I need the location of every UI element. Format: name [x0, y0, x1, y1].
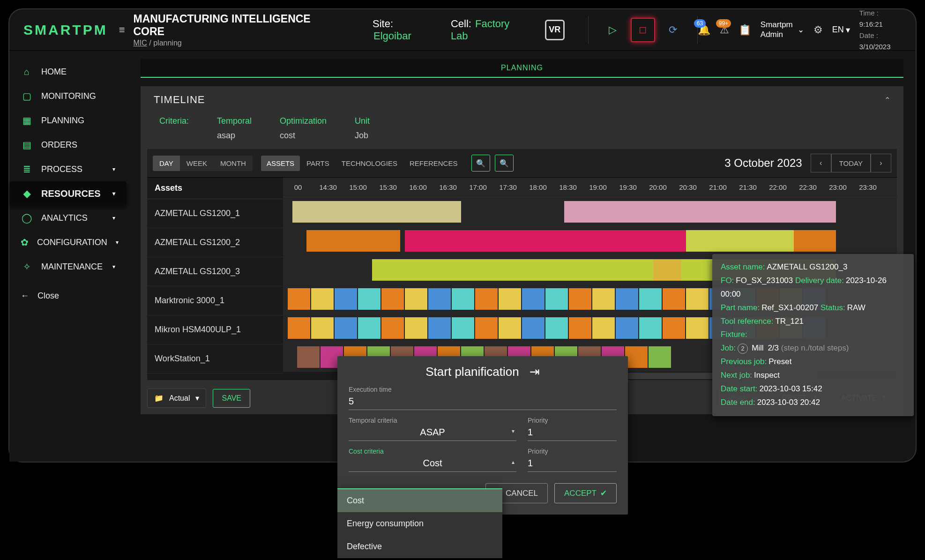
sidebar-item-home[interactable]: ⌂HOME: [9, 60, 127, 84]
gantt-bar[interactable]: [428, 317, 451, 339]
asset-row[interactable]: Mikron HSM400ULP_1: [147, 315, 283, 344]
tab-technologies[interactable]: TECHNOLOGIES: [336, 156, 403, 171]
sidebar-item-resources[interactable]: ◆RESOURCES▾: [9, 181, 127, 206]
gantt-bar[interactable]: [405, 317, 427, 339]
play-button[interactable]: ▷: [601, 18, 625, 42]
gantt-bar[interactable]: [564, 201, 836, 223]
asset-row[interactable]: AZMETALL GS1200_1: [147, 199, 283, 228]
gantt-bar[interactable]: [639, 317, 662, 339]
sidebar-item-configuration[interactable]: ✿CONFIGURATION▾: [9, 230, 127, 254]
collapse-icon[interactable]: ⌃: [884, 96, 890, 105]
refresh-button[interactable]: ⟳: [661, 18, 685, 42]
breadcrumb-root[interactable]: MIC: [134, 39, 147, 47]
gantt-bar[interactable]: [335, 288, 357, 310]
temporal-select[interactable]: ASAP▾: [349, 424, 516, 441]
gantt-bar[interactable]: [545, 288, 568, 310]
asset-row[interactable]: AZMETALL GS1200_3: [147, 257, 283, 286]
sidebar-item-orders[interactable]: ▤ORDERS: [9, 133, 127, 157]
gantt-bar[interactable]: [569, 288, 591, 310]
gantt-bar[interactable]: [306, 230, 400, 252]
sidebar-item-maintenance[interactable]: ✧MAINTENANCE▾: [9, 254, 127, 279]
priority-input[interactable]: 1: [528, 424, 617, 441]
gantt-bar[interactable]: [311, 288, 334, 310]
gantt-bar[interactable]: [794, 230, 836, 252]
gantt-bar[interactable]: [616, 317, 638, 339]
gantt-bar[interactable]: [663, 288, 685, 310]
gantt-bar[interactable]: [625, 346, 648, 368]
asset-row[interactable]: Marktronic 3000_1: [147, 286, 283, 315]
sidebar-item-monitoring[interactable]: ▢MONITORING: [9, 84, 127, 108]
dropdown-item[interactable]: Defective: [337, 535, 502, 558]
save-button[interactable]: SAVE: [213, 389, 250, 408]
gantt-bar[interactable]: [292, 201, 461, 223]
range-day[interactable]: DAY: [153, 156, 180, 171]
gantt-bar[interactable]: [499, 317, 521, 339]
gantt-bar[interactable]: [686, 230, 794, 252]
warning-icon[interactable]: ⚠99+: [720, 24, 729, 36]
gantt-bar[interactable]: [522, 317, 545, 339]
gantt-bar[interactable]: [335, 317, 357, 339]
gantt-bar[interactable]: [569, 317, 591, 339]
gantt-bar[interactable]: [545, 317, 568, 339]
gantt-bar[interactable]: [311, 317, 334, 339]
gantt-bar[interactable]: [405, 230, 686, 252]
gantt-bar[interactable]: [592, 317, 615, 339]
gantt-bar[interactable]: [592, 288, 615, 310]
site-value[interactable]: Elgoibar: [373, 30, 411, 42]
stop-button[interactable]: □: [631, 18, 655, 42]
tab-references[interactable]: REFERENCES: [404, 156, 463, 171]
zoom-in-button[interactable]: 🔍: [495, 155, 514, 172]
dropdown-item[interactable]: Cost: [337, 489, 502, 512]
gantt-bar[interactable]: [686, 288, 709, 310]
gantt-bar[interactable]: [381, 317, 404, 339]
gantt-bar[interactable]: [649, 346, 671, 368]
gear-icon[interactable]: ⚙: [813, 24, 823, 36]
sidebar-item-planning[interactable]: ▦PLANNING: [9, 108, 127, 133]
gantt-bar[interactable]: [428, 288, 451, 310]
gantt-bar[interactable]: [663, 317, 685, 339]
range-week[interactable]: WEEK: [180, 156, 214, 171]
actual-dropdown[interactable]: 📁 Actual ▾: [147, 388, 206, 408]
next-day-button[interactable]: ›: [871, 154, 891, 172]
gantt-bar[interactable]: [405, 288, 427, 310]
bell-icon[interactable]: 🔔63: [698, 24, 710, 36]
exec-time-input[interactable]: 5: [349, 393, 617, 410]
page-tab-planning[interactable]: PLANNING: [141, 59, 903, 78]
tab-assets[interactable]: ASSETS: [261, 156, 300, 171]
sidebar-item-analytics[interactable]: ◯ANALYTICS▾: [9, 206, 127, 230]
gantt-bar[interactable]: [288, 317, 310, 339]
cost-select[interactable]: Cost▴: [349, 455, 516, 472]
prev-day-button[interactable]: ‹: [811, 154, 831, 172]
gantt-bar[interactable]: [297, 346, 320, 368]
clipboard-icon[interactable]: 📋: [739, 24, 751, 36]
language-selector[interactable]: EN▾: [832, 25, 850, 35]
vr-button[interactable]: VR: [545, 20, 565, 40]
asset-row[interactable]: WorkStation_1: [147, 344, 283, 373]
gantt-bar[interactable]: [616, 288, 638, 310]
asset-row[interactable]: AZMETALL GS1200_2: [147, 228, 283, 257]
gantt-bar[interactable]: [639, 288, 662, 310]
gantt-bar[interactable]: [522, 288, 545, 310]
gantt-bar[interactable]: [452, 317, 474, 339]
gantt-bar[interactable]: [653, 259, 681, 281]
sidebar-item-process[interactable]: ≣PROCESS▾: [9, 157, 127, 181]
gantt-bar[interactable]: [499, 288, 521, 310]
priority2-input[interactable]: 1: [528, 455, 617, 472]
tab-parts[interactable]: PARTS: [301, 156, 335, 171]
hamburger-icon[interactable]: ≡: [119, 24, 125, 36]
gantt-bar[interactable]: [452, 288, 474, 310]
zoom-out-button[interactable]: 🔍: [471, 155, 490, 172]
gantt-bar[interactable]: [358, 317, 380, 339]
user-menu[interactable]: Smartpm Admin ⌄: [761, 20, 804, 39]
gantt-bar[interactable]: [288, 288, 310, 310]
today-button[interactable]: TODAY: [831, 154, 871, 172]
sidebar-close[interactable]: ← Close: [9, 283, 127, 309]
gantt-bar[interactable]: [475, 317, 498, 339]
gantt-bar[interactable]: [381, 288, 404, 310]
gantt-bar[interactable]: [372, 259, 653, 281]
dropdown-item[interactable]: Energy consumption: [337, 512, 502, 535]
range-month[interactable]: MONTH: [214, 156, 253, 171]
gantt-bar[interactable]: [475, 288, 498, 310]
accept-button[interactable]: ACCEPT✔: [554, 483, 617, 503]
gantt-bar[interactable]: [686, 317, 709, 339]
